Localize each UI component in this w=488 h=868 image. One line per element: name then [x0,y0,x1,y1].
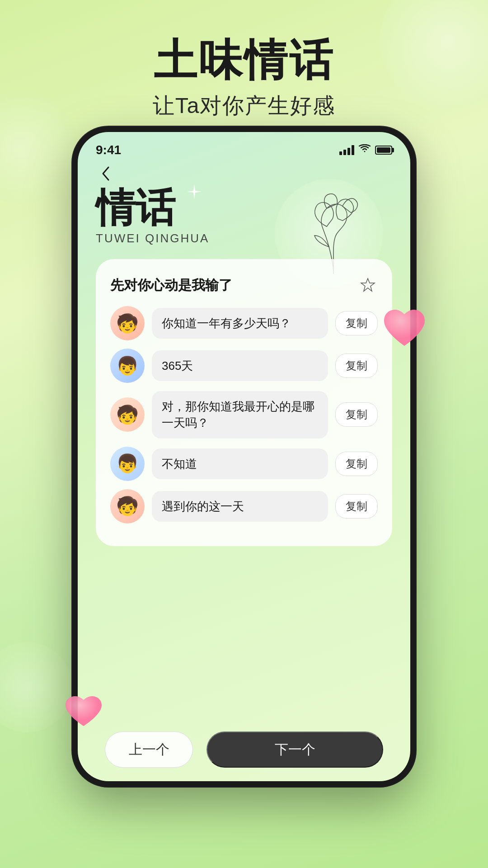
app-header: 情话 TUWEI QINGHUA [96,188,392,255]
heart-decoration-bottom-left [63,694,104,732]
copy-button-3[interactable]: 复制 [335,402,378,427]
bg-decoration-3 [0,642,72,732]
avatar-2: 👦 [110,349,145,383]
battery-icon [375,146,392,155]
chat-row-3: 🧒 对，那你知道我最开心的是哪一天吗？ 复制 [110,391,378,439]
status-icons [339,144,392,156]
bubble-4: 不知道 [152,448,328,479]
content-card: 先对你心动是我输了 🧒 你知道一年有多少天吗？ [96,259,392,546]
chat-row-2: 👦 365天 复制 [110,349,378,383]
phone-frame: 9:41 [72,127,416,787]
signal-bar-2 [343,150,346,155]
signal-icon [339,145,354,155]
bubble-5: 遇到你的这一天 [152,491,328,522]
phone-screen: 9:41 [78,132,410,781]
signal-bar-3 [347,148,350,155]
wifi-icon [359,144,371,156]
avatar-5: 🧒 [110,489,145,524]
next-button[interactable]: 下一个 [206,731,383,768]
back-button[interactable] [96,164,116,184]
status-bar: 9:41 [78,132,410,159]
status-time: 9:41 [96,143,121,157]
favorite-button[interactable] [358,275,378,295]
page-header: 土味情话 让Ta对你产生好感 [0,0,488,138]
battery-fill [377,147,390,153]
bubble-3: 对，那你知道我最开心的是哪一天吗？ [152,391,328,439]
chat-row-5: 🧒 遇到你的这一天 复制 [110,489,378,524]
svg-marker-0 [361,278,375,291]
card-header: 先对你心动是我输了 [110,275,378,295]
heart-decoration-top-right [380,307,429,354]
copy-button-5[interactable]: 复制 [335,494,378,519]
phone-mockup: 9:41 [72,127,416,787]
app-content: 情话 TUWEI QINGHUA 先对你心动是我输了 [78,159,410,546]
app-title-chinese: 情话 [96,188,392,228]
page-title: 土味情话 [0,36,488,84]
copy-button-1[interactable]: 复制 [335,311,378,335]
signal-bar-1 [339,151,342,155]
avatar-3: 🧒 [110,397,145,432]
card-title: 先对你心动是我输了 [110,276,232,295]
avatar-1: 🧒 [110,306,145,340]
prev-button[interactable]: 上一个 [105,731,193,768]
avatar-4: 👦 [110,447,145,481]
copy-button-2[interactable]: 复制 [335,354,378,378]
app-title-english: TUWEI QINGHUA [96,231,392,245]
copy-button-4[interactable]: 复制 [335,452,378,476]
bottom-navigation: 上一个 下一个 [78,731,410,768]
chat-row-4: 👦 不知道 复制 [110,447,378,481]
signal-bar-4 [352,145,354,155]
bubble-2: 365天 [152,350,328,381]
bubble-1: 你知道一年有多少天吗？ [152,308,328,339]
page-subtitle: 让Ta对你产生好感 [0,91,488,120]
sparkle-decoration [186,184,202,204]
chat-row-1: 🧒 你知道一年有多少天吗？ 复制 [110,306,378,340]
